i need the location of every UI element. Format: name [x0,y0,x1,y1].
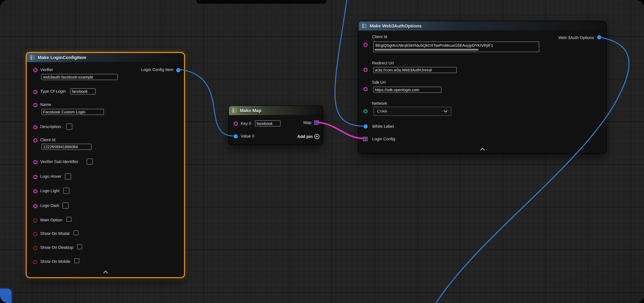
map-node-icon [232,108,238,113]
main-option-checkbox[interactable] [66,217,72,222]
pin-label-verifier: Verifier [40,67,53,72]
show-on-modal-checkbox[interactable] [74,230,78,235]
pin-label-web3auth-options-output: Web 3Auth Options [558,35,594,40]
pin-key-0[interactable] [234,122,238,126]
node-make-web3authoptions[interactable]: Make Web3AuthOptions Web 3Auth Options C… [358,21,606,154]
chevron-up-icon [480,148,485,150]
pin-label-client-id: Client Id [40,137,55,143]
pin-label-verifier-sub-identifier: Verifier Sub Identifier [40,159,78,164]
verifier-input[interactable] [42,74,118,80]
pin-white-label[interactable] [364,124,368,128]
node-header-make-web3authoptions[interactable]: Make Web3AuthOptions [358,21,606,31]
key-0-input[interactable] [255,120,280,126]
pin-label-value-0: Value 0 [241,134,254,139]
pin-show-on-desktop[interactable] [33,246,37,250]
type-of-login-input[interactable] [70,88,96,94]
pin-label-show-on-desktop: Show On Desktop [40,245,73,250]
pin-label-description: Description [40,124,61,130]
logo-hover-input[interactable] [65,173,71,180]
pin-label-client-id: Client Id [372,34,387,40]
node-title: Make LoginConfigItem [38,55,86,60]
collapse-node-button[interactable] [101,270,110,274]
pin-client-id[interactable] [364,43,368,47]
network-dropdown-value: CYAN [377,109,387,113]
client-id-input[interactable] [374,42,539,48]
struct-icon [362,24,367,28]
pin-label-type-of-login: Type Of Login [40,89,66,94]
pin-login-config-item-output[interactable] [176,68,180,72]
pin-show-on-modal[interactable] [33,232,37,236]
redirect-url-input[interactable] [373,67,457,73]
pin-show-on-mobile[interactable] [33,260,37,264]
show-on-desktop-checkbox[interactable] [77,244,82,249]
node-header-make-map[interactable]: Make Map [229,106,323,116]
pin-label-logo-light: Logo Light [40,188,60,194]
pin-description[interactable] [33,125,37,129]
pin-label-logo-dark: Logo Dark [40,203,59,208]
client-id-scrollbar[interactable] [374,49,479,50]
description-input[interactable] [66,124,72,130]
chevron-down-icon [444,110,448,112]
pin-label-show-on-modal: Show On Modal [40,231,70,236]
node-make-map[interactable]: Make Map Key 0 Map Value 0 Add pin [228,106,323,145]
logo-light-input[interactable] [63,188,70,194]
pin-main-option[interactable] [33,218,37,222]
pin-redirect-url[interactable] [364,68,368,72]
pin-network[interactable] [364,109,368,113]
verifier-sub-identifier-input[interactable] [86,158,93,165]
pin-label-redirect-url: Redirect Url [372,60,394,66]
pin-logo-light[interactable] [33,189,37,193]
pin-name[interactable] [33,103,37,107]
sdk-url-input[interactable] [373,86,442,93]
offscreen-blue-fragment [0,289,12,303]
pin-label-name: Name [40,102,51,107]
pin-value-0[interactable] [234,134,238,138]
node-make-loginconfigitem[interactable]: Make LoginConfigItem Login Config Item V… [26,52,185,278]
pin-label-logo-hover: Logo Hover [40,174,62,179]
pin-client-id[interactable] [33,138,37,142]
node-title: Make Map [240,108,262,113]
pin-logo-hover[interactable] [33,175,37,179]
pin-label-login-config-item-output: Login Config Item [141,67,173,72]
name-input[interactable] [42,109,104,115]
pin-label-network: Network [372,100,387,106]
struct-icon [30,55,35,60]
show-on-mobile-checkbox[interactable] [74,258,79,263]
collapse-node-button[interactable] [478,147,487,151]
pin-label-map-output: Map [303,120,311,125]
add-pin-button[interactable]: Add pin [297,134,320,139]
pin-type-of-login[interactable] [33,90,37,94]
node-header-make-loginconfigitem[interactable]: Make LoginConfigItem [27,53,184,62]
node-title: Make Web3AuthOptions [370,24,422,28]
pin-verifier-sub-identifier[interactable] [33,160,37,164]
offscreen-node-fragment [196,0,326,4]
pin-login-config[interactable] [363,137,368,141]
client-id-input[interactable] [42,144,92,150]
pin-verifier[interactable] [33,68,37,72]
pin-label-main-option: Main Option [40,217,62,222]
client-id-field[interactable] [373,42,539,52]
add-pin-plus-icon [314,134,320,139]
pin-label-show-on-mobile: Show On Mobile [40,259,70,264]
pin-web3auth-options-output[interactable] [597,35,601,40]
pin-label-white-label: White Label [372,124,394,129]
network-dropdown[interactable]: CYAN [373,107,451,116]
blueprint-graph-canvas[interactable]: Make LoginConfigItem Login Config Item V… [0,0,644,303]
pin-label-sdk-url: Sdk Url [372,80,386,85]
pin-sdk-url[interactable] [364,87,368,91]
pin-label-login-config: Login Config [372,136,395,142]
chevron-up-icon [102,270,108,273]
pin-logo-dark[interactable] [33,204,37,208]
pin-map-output[interactable] [314,120,319,125]
pin-label-key-0: Key 0 [241,121,251,126]
add-pin-label: Add pin [297,134,312,139]
logo-dark-input[interactable] [62,202,68,208]
